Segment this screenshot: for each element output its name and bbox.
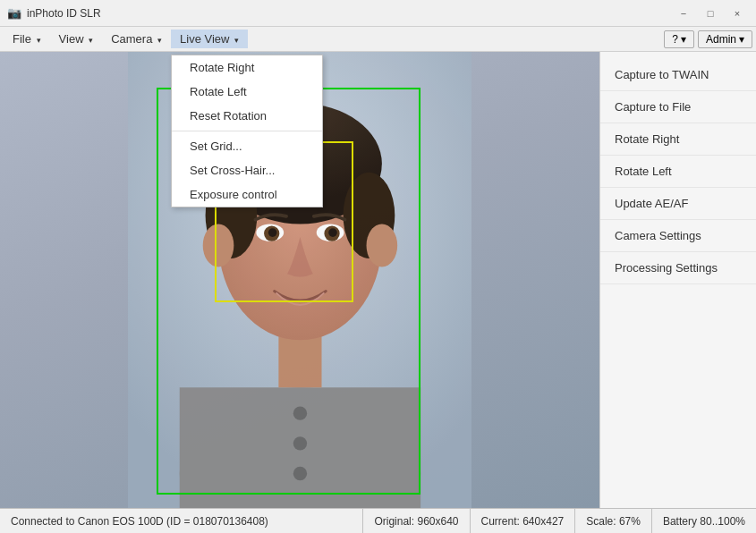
svg-point-17 [293,436,306,450]
menu-file[interactable]: File ▾ [4,30,50,48]
menu-view[interactable]: View ▾ [50,30,103,48]
status-battery: Battery 80..100% [652,509,756,533]
main-content: Capture to TWAIN Capture to File Rotate … [0,52,756,508]
admin-button[interactable]: Admin ▾ [698,30,752,48]
rotate-left-button[interactable]: Rotate Left [600,156,756,188]
svg-point-16 [293,406,306,419]
status-connection: Connected to Canon EOS 100D (ID = 018070… [0,509,363,533]
menu-right: ? ▾ Admin ▾ [664,30,752,48]
menu-liveview[interactable]: Live View ▾ Rotate Right Rotate Left Res… [171,30,248,48]
svg-point-13 [328,228,337,237]
app-icon: 📷 [7,6,21,21]
dropdown-rotate-right[interactable]: Rotate Right [172,55,322,80]
dropdown-separator [172,131,322,131]
window-controls: − □ × [672,4,749,22]
update-aeaf-button[interactable]: Update AE/AF [600,188,756,220]
svg-point-12 [268,228,276,237]
svg-point-15 [366,224,397,266]
status-current: Current: 640x427 [471,509,576,533]
camera-menu-arrow: ▾ [157,36,162,45]
liveview-menu-arrow: ▾ [234,36,239,45]
capture-file-button[interactable]: Capture to File [600,91,756,123]
capture-twain-button[interactable]: Capture to TWAIN [600,59,756,91]
help-button[interactable]: ? ▾ [664,30,694,48]
title-bar: 📷 inPhoto ID SLR − □ × [0,0,756,27]
minimize-button[interactable]: − [672,4,695,22]
dropdown-set-grid[interactable]: Set Grid... [172,134,322,158]
view-menu-arrow: ▾ [89,36,93,45]
status-bar: Connected to Canon EOS 100D (ID = 018070… [0,508,756,533]
menu-bar: File ▾ View ▾ Camera ▾ Live View ▾ Rotat… [0,27,756,52]
liveview-dropdown: Rotate Right Rotate Left Reset Rotation … [171,55,323,207]
processing-settings-button[interactable]: Processing Settings [600,252,756,284]
maximize-button[interactable]: □ [699,4,722,22]
svg-point-18 [293,467,306,480]
close-button[interactable]: × [726,4,749,22]
app-title: inPhoto ID SLR [27,7,672,20]
file-menu-arrow: ▾ [37,36,41,45]
right-sidebar: Capture to TWAIN Capture to File Rotate … [599,52,756,508]
rotate-right-button[interactable]: Rotate Right [600,123,756,156]
dropdown-rotate-left[interactable]: Rotate Left [172,80,322,104]
menu-camera[interactable]: Camera ▾ [102,30,171,48]
dropdown-reset-rotation[interactable]: Reset Rotation [172,104,322,128]
status-scale: Scale: 67% [575,509,652,533]
camera-settings-button[interactable]: Camera Settings [600,220,756,252]
dropdown-exposure-control[interactable]: Exposure control [172,182,322,207]
dropdown-set-crosshair[interactable]: Set Cross-Hair... [172,158,322,182]
svg-point-14 [202,224,234,266]
status-original: Original: 960x640 [363,509,470,533]
